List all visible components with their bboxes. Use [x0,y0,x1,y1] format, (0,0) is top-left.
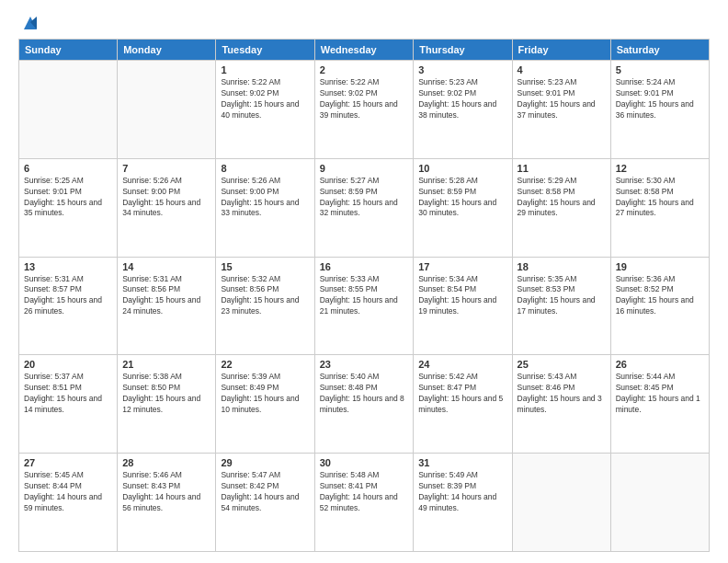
day-number: 21 [122,359,210,370]
day-number: 27 [24,457,112,468]
calendar-week-row: 27Sunrise: 5:45 AMSunset: 8:44 PMDayligh… [19,454,710,552]
day-number: 23 [320,359,409,370]
calendar-cell: 27Sunrise: 5:45 AMSunset: 8:44 PMDayligh… [19,454,118,552]
day-number: 5 [616,64,704,75]
calendar-cell: 24Sunrise: 5:42 AMSunset: 8:47 PMDayligh… [414,355,512,454]
page: SundayMondayTuesdayWednesdayThursdayFrid… [0,0,728,563]
day-number: 28 [122,457,210,468]
calendar-cell: 23Sunrise: 5:40 AMSunset: 8:48 PMDayligh… [314,355,414,454]
calendar-cell: 5Sunrise: 5:24 AMSunset: 9:01 PMDaylight… [610,61,709,159]
day-info: Sunrise: 5:33 AMSunset: 8:55 PMDaylight:… [320,274,409,318]
day-number: 2 [320,64,409,75]
calendar-day-header: Saturday [610,40,709,61]
day-info: Sunrise: 5:37 AMSunset: 8:51 PMDaylight:… [24,372,112,416]
day-info: Sunrise: 5:32 AMSunset: 8:56 PMDaylight:… [221,274,309,318]
day-number: 7 [122,163,210,174]
calendar-cell: 1Sunrise: 5:22 AMSunset: 9:02 PMDaylight… [216,61,314,159]
day-info: Sunrise: 5:30 AMSunset: 8:58 PMDaylight:… [616,176,704,220]
calendar-header-row: SundayMondayTuesdayWednesdayThursdayFrid… [19,40,710,61]
calendar-cell: 29Sunrise: 5:47 AMSunset: 8:42 PMDayligh… [216,454,314,552]
calendar-day-header: Tuesday [216,40,314,61]
day-info: Sunrise: 5:23 AMSunset: 9:02 PMDaylight:… [418,77,506,121]
day-number: 26 [616,359,704,370]
calendar-week-row: 20Sunrise: 5:37 AMSunset: 8:51 PMDayligh… [19,355,710,454]
day-info: Sunrise: 5:35 AMSunset: 8:53 PMDaylight:… [518,274,606,318]
day-info: Sunrise: 5:44 AMSunset: 8:45 PMDaylight:… [616,372,704,416]
day-number: 14 [122,261,210,272]
day-number: 9 [320,163,409,174]
day-number: 11 [518,163,606,174]
calendar-cell [118,61,216,159]
calendar-cell: 6Sunrise: 5:25 AMSunset: 9:01 PMDaylight… [19,158,118,257]
logo [18,15,40,29]
day-info: Sunrise: 5:25 AMSunset: 9:01 PMDaylight:… [24,176,112,220]
calendar-week-row: 1Sunrise: 5:22 AMSunset: 9:02 PMDaylight… [19,61,710,159]
day-number: 20 [24,359,112,370]
calendar-cell: 9Sunrise: 5:27 AMSunset: 8:59 PMDaylight… [314,158,414,257]
day-info: Sunrise: 5:28 AMSunset: 8:59 PMDaylight:… [418,176,506,220]
calendar-cell: 15Sunrise: 5:32 AMSunset: 8:56 PMDayligh… [216,257,314,355]
day-info: Sunrise: 5:22 AMSunset: 9:02 PMDaylight:… [221,77,309,121]
day-info: Sunrise: 5:24 AMSunset: 9:01 PMDaylight:… [616,77,704,121]
calendar-cell: 28Sunrise: 5:46 AMSunset: 8:43 PMDayligh… [118,454,216,552]
calendar-cell: 3Sunrise: 5:23 AMSunset: 9:02 PMDaylight… [414,61,512,159]
logo-icon [20,13,40,33]
calendar-cell: 20Sunrise: 5:37 AMSunset: 8:51 PMDayligh… [19,355,118,454]
day-number: 25 [518,359,606,370]
calendar-cell: 12Sunrise: 5:30 AMSunset: 8:58 PMDayligh… [610,158,709,257]
day-number: 13 [24,261,112,272]
day-info: Sunrise: 5:31 AMSunset: 8:57 PMDaylight:… [24,274,112,318]
calendar-cell [512,454,610,552]
calendar-cell: 13Sunrise: 5:31 AMSunset: 8:57 PMDayligh… [19,257,118,355]
calendar-cell: 14Sunrise: 5:31 AMSunset: 8:56 PMDayligh… [118,257,216,355]
day-number: 19 [616,261,704,272]
calendar-table: SundayMondayTuesdayWednesdayThursdayFrid… [18,39,710,552]
header [18,15,710,29]
day-info: Sunrise: 5:29 AMSunset: 8:58 PMDaylight:… [518,176,606,220]
calendar-cell: 26Sunrise: 5:44 AMSunset: 8:45 PMDayligh… [610,355,709,454]
calendar-day-header: Sunday [19,40,118,61]
day-info: Sunrise: 5:43 AMSunset: 8:46 PMDaylight:… [518,372,606,416]
day-number: 16 [320,261,409,272]
calendar-cell: 22Sunrise: 5:39 AMSunset: 8:49 PMDayligh… [216,355,314,454]
calendar-cell: 7Sunrise: 5:26 AMSunset: 9:00 PMDaylight… [118,158,216,257]
calendar-cell: 11Sunrise: 5:29 AMSunset: 8:58 PMDayligh… [512,158,610,257]
calendar-cell: 10Sunrise: 5:28 AMSunset: 8:59 PMDayligh… [414,158,512,257]
calendar-cell [19,61,118,159]
day-info: Sunrise: 5:31 AMSunset: 8:56 PMDaylight:… [122,274,210,318]
day-info: Sunrise: 5:26 AMSunset: 9:00 PMDaylight:… [221,176,309,220]
calendar-cell: 8Sunrise: 5:26 AMSunset: 9:00 PMDaylight… [216,158,314,257]
calendar-cell: 19Sunrise: 5:36 AMSunset: 8:52 PMDayligh… [610,257,709,355]
day-number: 6 [24,163,112,174]
day-number: 30 [320,457,409,468]
calendar-cell: 4Sunrise: 5:23 AMSunset: 9:01 PMDaylight… [512,61,610,159]
day-info: Sunrise: 5:26 AMSunset: 9:00 PMDaylight:… [122,176,210,220]
day-info: Sunrise: 5:49 AMSunset: 8:39 PMDaylight:… [418,470,506,514]
calendar-day-header: Monday [118,40,216,61]
day-number: 4 [518,64,606,75]
calendar-cell: 30Sunrise: 5:48 AMSunset: 8:41 PMDayligh… [314,454,414,552]
day-number: 12 [616,163,704,174]
day-number: 1 [221,64,309,75]
calendar-cell: 25Sunrise: 5:43 AMSunset: 8:46 PMDayligh… [512,355,610,454]
calendar-week-row: 6Sunrise: 5:25 AMSunset: 9:01 PMDaylight… [19,158,710,257]
day-info: Sunrise: 5:39 AMSunset: 8:49 PMDaylight:… [221,372,309,416]
calendar-cell: 21Sunrise: 5:38 AMSunset: 8:50 PMDayligh… [118,355,216,454]
day-info: Sunrise: 5:46 AMSunset: 8:43 PMDaylight:… [122,470,210,514]
calendar-cell: 17Sunrise: 5:34 AMSunset: 8:54 PMDayligh… [414,257,512,355]
day-number: 31 [418,457,506,468]
day-number: 15 [221,261,309,272]
day-info: Sunrise: 5:36 AMSunset: 8:52 PMDaylight:… [616,274,704,318]
day-info: Sunrise: 5:47 AMSunset: 8:42 PMDaylight:… [221,470,309,514]
day-number: 22 [221,359,309,370]
calendar-cell [610,454,709,552]
day-info: Sunrise: 5:48 AMSunset: 8:41 PMDaylight:… [320,470,409,514]
day-number: 29 [221,457,309,468]
day-number: 10 [418,163,506,174]
day-info: Sunrise: 5:45 AMSunset: 8:44 PMDaylight:… [24,470,112,514]
day-number: 8 [221,163,309,174]
calendar-cell: 16Sunrise: 5:33 AMSunset: 8:55 PMDayligh… [314,257,414,355]
day-info: Sunrise: 5:42 AMSunset: 8:47 PMDaylight:… [418,372,506,416]
calendar-day-header: Wednesday [314,40,414,61]
day-number: 24 [418,359,506,370]
